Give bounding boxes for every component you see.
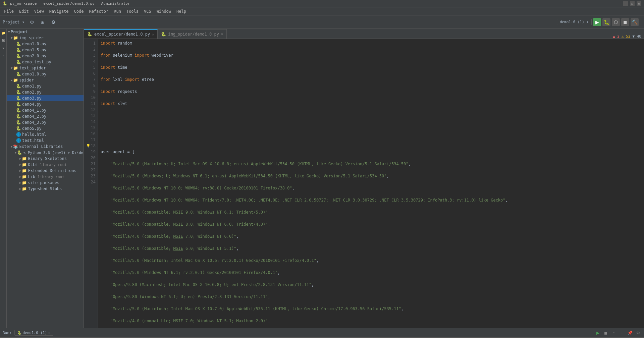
line-numbers: 1 2 3 4 5 6 7 8 9 10 11 12 13 14 15 16 1… bbox=[84, 39, 98, 328]
menu-file[interactable]: File bbox=[1, 8, 16, 14]
run-label: Run: bbox=[3, 331, 12, 335]
app-title: py_workspace - excel_spider/demo1.0.py -… bbox=[10, 1, 130, 6]
code-editor[interactable]: 1 2 3 4 5 6 7 8 9 10 11 12 13 14 15 16 1… bbox=[84, 39, 644, 328]
structure-icon[interactable]: 🏗 bbox=[0, 38, 6, 44]
menu-refactor[interactable]: Refactor bbox=[86, 8, 111, 14]
settings-run-btn[interactable]: ⚙ bbox=[635, 330, 641, 336]
main-content: 📁 🏗 ★ ☁ ▼ Project ▼ 📁 img_spider 🐍 demo1… bbox=[0, 29, 644, 328]
folder-dlls[interactable]: ▶ 📁 DLLs library root bbox=[7, 162, 84, 168]
error-count: ▲ 2 bbox=[613, 34, 620, 39]
tab-close-icon-2[interactable]: ✕ bbox=[221, 32, 223, 36]
run-header: Run: 🐍 demo1.0 (1) ✕ ▶ ◼ ↑ ↓ 📌 ⚙ bbox=[0, 328, 644, 338]
tab-close-icon[interactable]: ✕ bbox=[152, 33, 154, 36]
project-label: Project ▾ bbox=[3, 20, 24, 24]
project-icon[interactable]: 📁 bbox=[0, 30, 6, 36]
gear-btn[interactable]: ⚙ bbox=[49, 17, 58, 27]
project-panel: ▼ Project ▼ 📁 img_spider 🐍 demo1.0.py 🐍 … bbox=[7, 29, 84, 328]
window-controls: — ❐ ✕ bbox=[623, 1, 641, 6]
folder-text-spider[interactable]: ▼ 📁 text_spider bbox=[7, 65, 84, 71]
run-restart-btn[interactable]: ▶ bbox=[594, 330, 601, 336]
file-demo4py[interactable]: 🐍 demo4.py bbox=[7, 101, 84, 107]
run-config-label[interactable]: demo1.0 (1) ▾ bbox=[557, 19, 592, 25]
minimize-btn[interactable]: — bbox=[623, 1, 628, 6]
file-demo15py[interactable]: 🐍 demo1.5.py bbox=[7, 47, 84, 53]
folder-binary-skeletons[interactable]: ▶ 📁 Binary Skeletons bbox=[7, 156, 84, 162]
file-demo1py[interactable]: 🐍 demo1.py bbox=[7, 83, 84, 89]
menu-vcs[interactable]: VCS bbox=[141, 8, 154, 14]
favorites-icon[interactable]: ★ bbox=[0, 45, 6, 51]
folder-external-libs[interactable]: ▼ 📚 External Libraries bbox=[7, 144, 84, 150]
folder-spider[interactable]: ▶ 📁 spider bbox=[7, 77, 84, 83]
bottom-panel: Run: 🐍 demo1.0 (1) ✕ ▶ ◼ ↑ ↓ 📌 ⚙ D:\deve… bbox=[0, 328, 644, 338]
debug-button[interactable]: 🐛 bbox=[602, 18, 610, 26]
code-content[interactable]: import random from selenium import webdr… bbox=[98, 39, 644, 328]
folder-site-packages[interactable]: ▶ 📁 site-packages bbox=[7, 180, 84, 186]
folder-python-env[interactable]: ▼ 🐍 < Python 3.6 (env1) > D:\develop\Ana… bbox=[7, 150, 84, 156]
file-demo2py[interactable]: 🐍 demo2.py bbox=[7, 89, 84, 95]
build-button[interactable]: 🔨 bbox=[631, 18, 639, 26]
aws-icon[interactable]: ☁ bbox=[0, 52, 6, 58]
menu-code[interactable]: Code bbox=[71, 8, 87, 14]
close-btn[interactable]: ✕ bbox=[637, 1, 641, 6]
warning-count-1: ⚠ 52 bbox=[622, 34, 631, 39]
editor-tab-bar: 🐍 excel_spider/demo1.0.py ✕ 🐍 img_spider… bbox=[84, 29, 644, 39]
folder-lib[interactable]: ▶ 📁 Lib library root bbox=[7, 174, 84, 180]
scroll-down-btn[interactable]: ↓ bbox=[619, 330, 625, 336]
file-demo3py[interactable]: 🐍 demo3.py bbox=[7, 95, 84, 101]
menu-view[interactable]: View bbox=[32, 8, 47, 14]
folder-typeshed[interactable]: ▶ 📁 Typeshed Stubs bbox=[7, 186, 84, 192]
tab-img-spider-demo10[interactable]: 🐍 img_spider/demo1.0.py ✕ bbox=[158, 29, 227, 39]
pin-btn[interactable]: 📌 bbox=[627, 330, 633, 336]
file-demo10py-1[interactable]: 🐍 demo1.0.py bbox=[7, 41, 84, 47]
tab-excel-spider-demo10[interactable]: 🐍 excel_spider/demo1.0.py ✕ bbox=[84, 29, 158, 39]
file-demo4-3py[interactable]: 🐍 demo4_3.py bbox=[7, 119, 84, 125]
file-demo4-1py[interactable]: 🐍 demo4_1.py bbox=[7, 107, 84, 113]
settings-btn[interactable]: ⚙ bbox=[27, 17, 37, 27]
file-demo20py[interactable]: 🐍 demo2.0.py bbox=[7, 53, 84, 59]
menu-tools[interactable]: Tools bbox=[124, 8, 141, 14]
file-demo4-2py[interactable]: 🐍 demo4_2.py bbox=[7, 113, 84, 119]
toolbar: Project ▾ ⚙ ⊞ ⚙ demo1.0 (1) ▾ ▶ 🐛 ⬡ ◼ 🔨 bbox=[0, 15, 644, 29]
file-hello-html[interactable]: 🌐 hello.html bbox=[7, 131, 84, 137]
layout-btn[interactable]: ⊞ bbox=[38, 17, 47, 27]
file-textspider-demo10py[interactable]: 🐍 demo1.0.py bbox=[7, 71, 84, 77]
scroll-up-btn[interactable]: ↑ bbox=[610, 330, 617, 336]
run-button[interactable]: ▶ bbox=[593, 18, 601, 26]
run-stop-btn[interactable]: ◼ bbox=[602, 330, 609, 336]
menu-window[interactable]: Window bbox=[154, 8, 174, 14]
menu-edit[interactable]: Edit bbox=[16, 8, 32, 14]
warning-count-2: ▼ 48 bbox=[633, 34, 642, 39]
project-root[interactable]: ▼ Project bbox=[7, 29, 84, 35]
maximize-btn[interactable]: ❐ bbox=[630, 1, 635, 6]
file-demo-testpy[interactable]: 🐍 demo_test.py bbox=[7, 59, 84, 65]
folder-img-spider[interactable]: ▼ 📁 img_spider bbox=[7, 35, 84, 41]
menu-navigate[interactable]: Navigate bbox=[47, 8, 71, 14]
menu-bar: File Edit View Navigate Code Refactor Ru… bbox=[0, 7, 644, 15]
stop-button[interactable]: ◼ bbox=[621, 18, 629, 26]
left-sidebar-icons: 📁 🏗 ★ ☁ bbox=[0, 29, 7, 328]
run-config-tab[interactable]: 🐍 demo1.0 (1) ✕ bbox=[14, 330, 54, 336]
warning-glyph: 💡 bbox=[86, 143, 90, 149]
run-with-coverage[interactable]: ⬡ bbox=[612, 18, 620, 26]
file-test-html[interactable]: 🌐 test.html bbox=[7, 137, 84, 144]
menu-run[interactable]: Run bbox=[111, 8, 124, 14]
file-demo5py[interactable]: 🐍 demo5.py bbox=[7, 125, 84, 131]
folder-extended-definitions[interactable]: ▶ 📁 Extended Definitions bbox=[7, 168, 84, 174]
editor-area: 🐍 excel_spider/demo1.0.py ✕ 🐍 img_spider… bbox=[84, 29, 644, 328]
run-tab-close[interactable]: ✕ bbox=[48, 331, 50, 335]
menu-help[interactable]: Help bbox=[174, 8, 189, 14]
title-bar: 🐍 py_workspace - excel_spider/demo1.0.py… bbox=[0, 0, 644, 7]
